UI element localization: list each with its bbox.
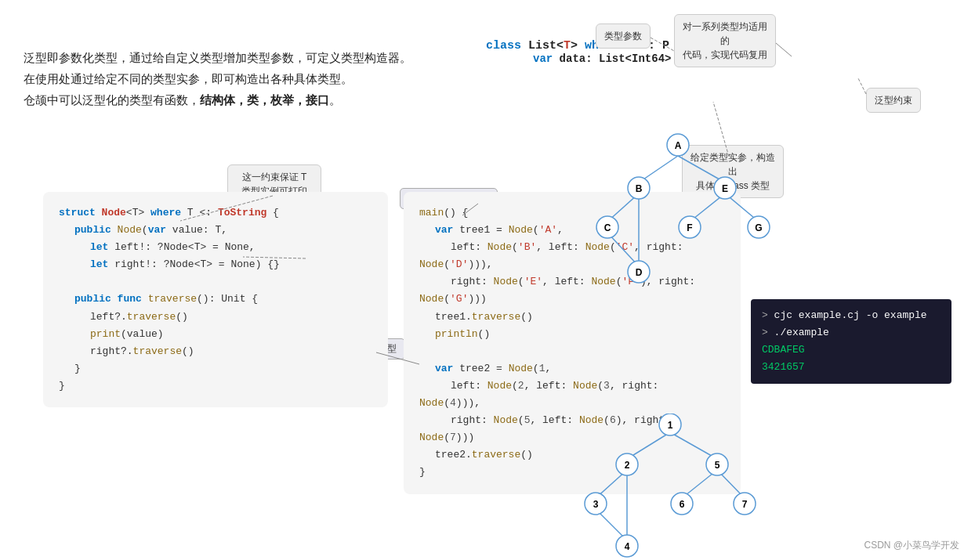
terminal-output2: 3421657 [762, 359, 941, 376]
code-line: let right!: ?Node<T> = None) {} [59, 256, 372, 273]
code-line: public func traverse(): Unit { [59, 291, 372, 308]
code-line: print(value) [59, 326, 372, 343]
terminal-block: > cjc example.cj -o example > ./example … [751, 299, 951, 384]
code-line: } [59, 378, 372, 395]
svg-text:3: 3 [593, 499, 599, 510]
svg-text:A: A [675, 140, 682, 151]
svg-line-44 [858, 78, 866, 94]
bubble-type-param: 类型参数 [596, 23, 651, 49]
code-line: tree1.traverse() [419, 309, 725, 326]
code-line: } [59, 360, 372, 378]
svg-text:F: F [687, 222, 692, 233]
svg-text:E: E [722, 183, 728, 194]
code-line: println() [419, 326, 725, 343]
svg-text:7: 7 [742, 499, 748, 510]
code-line [59, 273, 372, 291]
svg-text:4: 4 [625, 541, 630, 552]
terminal-line: > cjc example.cj -o example [762, 307, 941, 324]
intro-line1: 泛型即参数化类型，通过给自定义类型增加类型参数，可定义类型构造器。 [24, 47, 431, 68]
svg-text:2: 2 [625, 460, 630, 471]
tree2-svg: 1 2 5 3 6 7 4 [549, 414, 792, 560]
svg-line-22 [670, 432, 717, 459]
svg-text:5: 5 [715, 460, 720, 471]
svg-text:1: 1 [668, 420, 673, 431]
code-line: struct Node<T> where T <: ToString { [59, 204, 372, 222]
svg-text:C: C [604, 222, 611, 233]
code-line: let left!: ?Node<T> = None, [59, 239, 372, 256]
intro-line3: 仓颉中可以泛型化的类型有函数，结构体，类，枚举，接口。 [24, 89, 431, 110]
bubble-generic-constraint: 泛型约束 [866, 88, 921, 113]
main-container: 泛型即参数化类型，通过给自定义类型增加类型参数，可定义类型构造器。 在使用处通过… [0, 0, 975, 560]
left-code-block: struct Node<T> where T <: ToString { pub… [43, 192, 388, 407]
code-line: public Node(var value: T, [59, 222, 372, 239]
code-line [419, 343, 725, 360]
intro-line2: 在使用处通过给定不同的类型实参，即可构造出各种具体类型。 [24, 68, 431, 89]
bubble-generic-code: 对一系列类型均适用的 代码，实现代码复用 [674, 14, 776, 67]
svg-text:6: 6 [680, 499, 685, 510]
svg-text:B: B [636, 183, 643, 194]
svg-line-43 [776, 43, 792, 56]
tree1-svg: A B E C F G D [556, 121, 799, 302]
svg-text:G: G [755, 222, 762, 233]
terminal-output1: CDBAFEG [762, 341, 941, 359]
code-line: left?.traverse() [59, 309, 372, 326]
svg-line-1 [678, 156, 725, 182]
code-line: left: Node(2, left: Node(3, right: Node(… [419, 378, 725, 412]
svg-text:D: D [636, 267, 643, 278]
intro-text: 泛型即参数化类型，通过给自定义类型增加类型参数，可定义类型构造器。 在使用处通过… [24, 47, 431, 110]
code-line: var tree2 = Node(1, [419, 360, 725, 378]
terminal-line: > ./example [762, 324, 941, 341]
watermark: CSDN @小菜鸟学开发 [864, 539, 959, 552]
code-line: right?.traverse() [59, 343, 372, 360]
